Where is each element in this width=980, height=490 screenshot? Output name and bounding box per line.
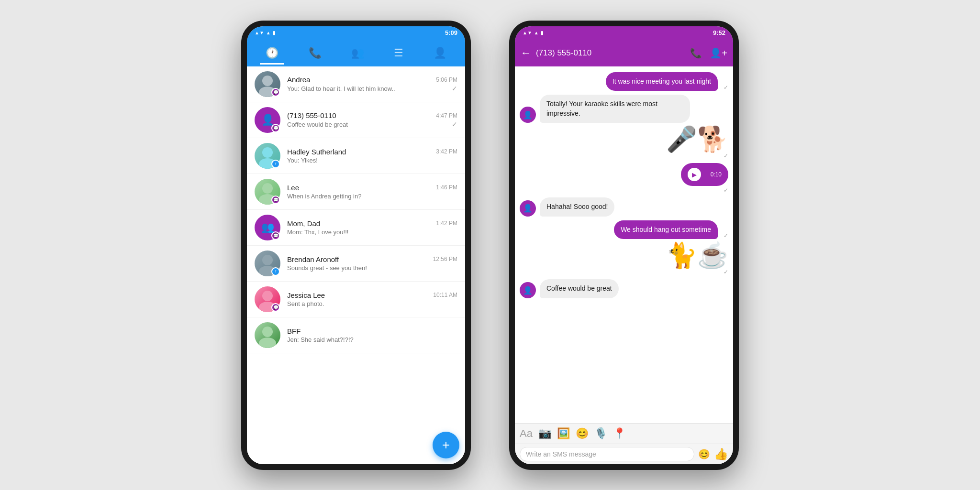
chat-item-andrea[interactable]: 💬 Andrea 5:06 PM You: Glad to hear it. I…: [247, 66, 465, 102]
badge-713: 💬: [271, 124, 280, 132]
status-icons-phone2: ▲▼ ▲ ▮: [523, 30, 544, 35]
chat-name-row-bff: BFF: [287, 327, 457, 335]
chat-preview-hadley: You: Yikes!: [287, 157, 318, 164]
badge-momdad: 💬: [271, 231, 280, 240]
tabs-container: 🕐 📞 👥 ☰ 👤: [247, 43, 465, 65]
app-bar-phone2: ← (713) 555-0110 📞 👤+: [515, 40, 733, 66]
msg-row-1: 👤 Totally! Your karaoke skills were most…: [520, 95, 728, 123]
badge-lee: 💬: [271, 196, 280, 204]
avatar-bff: [255, 322, 280, 348]
chat-name-713: (713) 555-0110: [287, 111, 336, 120]
avatar-wrap-bff: [255, 322, 280, 348]
fab-compose[interactable]: +: [433, 432, 459, 458]
chat-info-lee: Lee 1:46 PM When is Andrea getting in?: [287, 184, 457, 200]
chat-name-row-713: (713) 555-0110 4:47 PM: [287, 111, 457, 120]
chat-item-lee[interactable]: 💬 Lee 1:46 PM When is Andrea getting in?: [247, 174, 465, 210]
chat-item-hadley[interactable]: f Hadley Sutherland 3:42 PM You: Yikes!: [247, 138, 465, 174]
camera-icon[interactable]: 📷: [538, 427, 551, 440]
chat-preview-row-lee: When is Andrea getting in?: [287, 193, 457, 200]
chat-name-row-hadley: Hadley Sutherland 3:42 PM: [287, 148, 457, 156]
chat-name-andrea: Andrea: [287, 76, 310, 84]
chat-preview-row-bff: Jen: She said what?!?!?: [287, 336, 457, 343]
msg-row-sticker-2: 🐈☕ ✓: [520, 243, 728, 275]
call-icon[interactable]: 📞: [690, 47, 702, 59]
chat-name-row-andrea: Andrea 5:06 PM: [287, 76, 457, 84]
chat-name-row-lee: Lee 1:46 PM: [287, 184, 457, 192]
chat-info-brendan: Brendan Aronoff 12:56 PM Sounds great - …: [287, 255, 457, 272]
chat-time-lee: 1:46 PM: [436, 184, 457, 191]
emoji-icon[interactable]: 😊: [576, 427, 589, 440]
bubble-sent-5: We should hang out sometime: [614, 220, 718, 240]
msg-avatar-1: 👤: [520, 107, 536, 123]
svg-point-0: [262, 76, 273, 86]
status-bar-phone2: ▲▼ ▲ ▮ 9:52: [515, 26, 733, 40]
chat-preview-row-jessica: Sent a photo.: [287, 300, 457, 307]
sticker-check-2: ✓: [724, 269, 728, 275]
svg-point-6: [262, 255, 273, 265]
battery-icon-p2: ▮: [541, 30, 544, 35]
phone2-screen: ▲▼ ▲ ▮ 9:52 ← (713) 555-0110 📞 👤+: [515, 26, 733, 464]
voice-play-button[interactable]: ▶: [688, 168, 701, 181]
tab-contacts[interactable]: 👥: [345, 43, 370, 65]
chat-preview-row-momdad: Mom: Thx, Love you!!!: [287, 229, 457, 236]
badge-jessica: 💬: [271, 303, 280, 312]
msg-row-0: It was nice meeting you last night ✓: [520, 72, 728, 91]
chat-list: 💬 Andrea 5:06 PM You: Glad to hear it. I…: [247, 66, 465, 464]
phone1-screen: ▲▼ ▲ ▮ 5:09 🕐 📞 👥 ☰ 👤: [247, 26, 465, 464]
chat-preview-bff: Jen: She said what?!?!?: [287, 336, 354, 343]
chat-info-jessica: Jessica Lee 10:11 AM Sent a photo.: [287, 291, 457, 307]
avatar-wrap-andrea: 💬: [255, 71, 280, 97]
avatar-people-icon: 👥: [261, 221, 274, 234]
send-emoji-icon[interactable]: 😊: [698, 448, 710, 460]
voice-check: ✓: [724, 187, 728, 194]
chat-preview-andrea: You: Glad to hear it. I will let him kno…: [287, 85, 395, 92]
wifi-icon: ▲▼: [255, 30, 264, 35]
tab-profile[interactable]: 👤: [428, 43, 452, 65]
avatar-wrap-momdad: 👥 💬: [255, 215, 280, 240]
chat-check-713: ✓: [452, 120, 457, 128]
phone-chat-list: ▲▼ ▲ ▮ 5:09 🕐 📞 👥 ☰ 👤: [241, 21, 471, 470]
add-contact-icon[interactable]: 👤+: [710, 47, 727, 59]
msg-row-7: 👤 Coffee would be great: [520, 279, 728, 298]
mic-icon[interactable]: 🎙️: [594, 427, 607, 440]
tab-calls[interactable]: 📞: [303, 43, 327, 65]
chat-time-brendan: 12:56 PM: [433, 256, 457, 262]
sms-input-field[interactable]: Write an SMS message: [520, 447, 694, 461]
chat-item-713[interactable]: 👤 💬 (713) 555-0110 4:47 PM Coffee would …: [247, 102, 465, 138]
phones-container: ▲▼ ▲ ▮ 5:09 🕐 📞 👥 ☰ 👤: [0, 0, 980, 490]
signal-icon-p2: ▲: [534, 30, 539, 35]
status-bar-phone1: ▲▼ ▲ ▮ 5:09: [247, 26, 465, 40]
battery-icon: ▮: [273, 30, 276, 35]
svg-point-2: [262, 147, 273, 158]
bubble-received-4: Hahaha! Sooo good!: [540, 197, 614, 217]
tab-recents[interactable]: 🕐: [260, 43, 284, 65]
location-icon[interactable]: 📍: [613, 427, 626, 440]
action-icons: 📞 👤+: [690, 47, 727, 59]
msg-row-sticker-1: 🎤🐕 ✓: [520, 127, 728, 159]
chat-time-713: 4:47 PM: [436, 112, 457, 119]
avatar-wrap-lee: 💬: [255, 179, 280, 205]
msg-check-0: ✓: [724, 84, 728, 91]
chat-preview-jessica: Sent a photo.: [287, 300, 324, 307]
chat-preview-row-hadley: You: Yikes!: [287, 157, 457, 164]
wifi-icon-p2: ▲▼: [523, 30, 532, 35]
tab-menu[interactable]: ☰: [388, 43, 409, 65]
voice-bubble[interactable]: ▶ 0:10: [681, 163, 728, 186]
chat-preview-lee: When is Andrea getting in?: [287, 193, 361, 200]
msg-row-5: We should hang out sometime ✓: [520, 220, 728, 240]
chat-name-bff: BFF: [287, 327, 301, 335]
msg-row-voice: ▶ 0:10 ✓: [520, 163, 728, 194]
chat-item-momdad[interactable]: 👥 💬 Mom, Dad 1:42 PM Mom: Thx, Love you!…: [247, 210, 465, 246]
chat-item-bff[interactable]: BFF Jen: She said what?!?!?: [247, 317, 465, 353]
keyboard-icon[interactable]: Aa: [520, 427, 533, 440]
chat-item-jessica[interactable]: 💬 Jessica Lee 10:11 AM Sent a photo.: [247, 282, 465, 317]
avatar-wrap-jessica: 💬: [255, 286, 280, 312]
image-icon[interactable]: 🖼️: [557, 427, 570, 440]
thumbs-up-icon[interactable]: 👍: [714, 447, 728, 461]
status-time-phone2: 9:52: [713, 29, 725, 36]
chat-preview-momdad: Mom: Thx, Love you!!!: [287, 229, 348, 236]
bubble-received-7: Coffee would be great: [540, 279, 619, 298]
back-button[interactable]: ←: [521, 47, 531, 59]
chat-item-brendan[interactable]: f Brendan Aronoff 12:56 PM Sounds great …: [247, 246, 465, 282]
bubble-received-1: Totally! Your karaoke skills were most i…: [540, 95, 690, 123]
